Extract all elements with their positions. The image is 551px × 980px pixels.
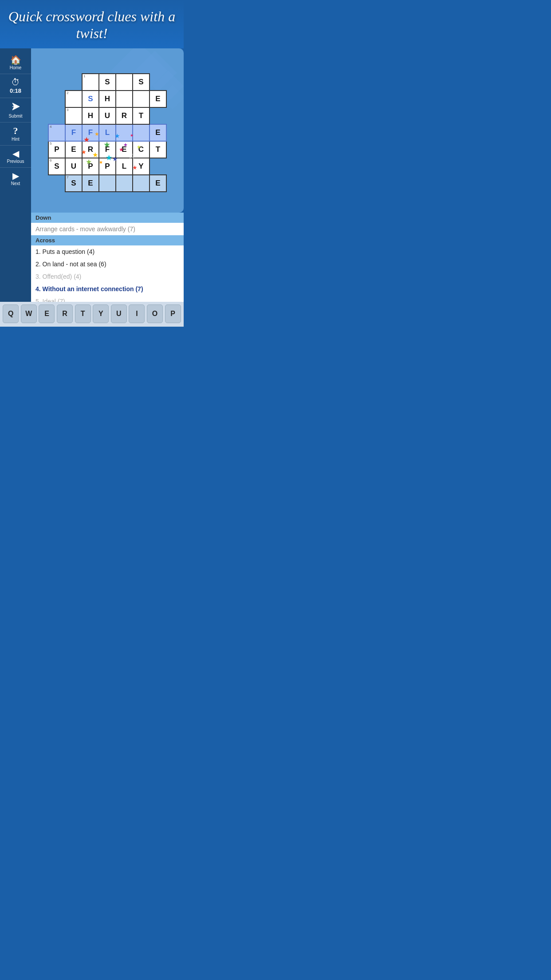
grid-cell[interactable]: S (133, 74, 150, 91)
key-q[interactable]: Q (3, 304, 19, 323)
grid-cell[interactable] (116, 74, 133, 91)
clue-number-1: 1. (35, 248, 41, 255)
grid-cell[interactable]: L (116, 158, 133, 175)
grid-cell[interactable]: U (65, 158, 82, 175)
clue-text-2: On land - not at sea (6) (43, 261, 106, 268)
grid-cell-highlighted[interactable]: L (99, 124, 116, 141)
clue-item-4[interactable]: 4. Without an internet connection (7) (31, 283, 184, 295)
grid-cell[interactable]: T (133, 107, 150, 124)
grid-cell[interactable] (116, 91, 133, 107)
grid-cell-empty (150, 74, 166, 91)
clue-number-3: 3. (35, 273, 41, 280)
grid-table: 1 S S (48, 73, 167, 192)
sidebar-item-hint[interactable]: ? Hint (0, 122, 31, 146)
clue-text-4: Without an internet connection (7) (43, 285, 143, 292)
crossword-grid: 1 S S (48, 73, 167, 192)
grid-cell[interactable]: 3 (65, 107, 82, 124)
grid-cell[interactable]: T (150, 141, 166, 158)
key-r[interactable]: R (57, 304, 73, 323)
clue-text-1: Puts a question (4) (43, 248, 95, 255)
key-t[interactable]: T (75, 304, 91, 323)
grid-cell[interactable]: E (82, 175, 99, 192)
sidebar-item-previous[interactable]: ◀ Previous (0, 146, 31, 168)
grid-cell-highlighted[interactable]: F (82, 124, 99, 141)
grid-cell[interactable]: P (99, 158, 116, 175)
grid-cell[interactable] (116, 175, 133, 192)
grid-cell-empty (48, 91, 65, 107)
grid-cell[interactable]: 2 (65, 91, 82, 107)
clue-item-1[interactable]: 1. Puts a question (4) (31, 245, 184, 258)
grid-cell-highlighted[interactable] (133, 124, 150, 141)
grid-cell[interactable] (133, 91, 150, 107)
grid-cell[interactable]: 6 S (48, 158, 65, 175)
grid-cell[interactable]: S (82, 91, 99, 107)
sidebar-item-timer: ⏱ 0:18 (0, 74, 31, 98)
grid-cell[interactable]: E (116, 141, 133, 158)
previous-label: Previous (7, 159, 24, 164)
sidebar-item-next[interactable]: ▶ Next (0, 168, 31, 190)
grid-cell[interactable]: R (82, 141, 99, 158)
sidebar: 🏠 Home ⏱ 0:18 Submit ? Hint (0, 48, 31, 319)
grid-cell[interactable]: E (150, 175, 166, 192)
header: Quick crossword clues with a twist! (0, 0, 184, 48)
clue-text-3: Offend(ed) (4) (43, 273, 82, 280)
key-p[interactable]: P (165, 304, 181, 323)
grid-cell[interactable]: E (65, 141, 82, 158)
grid-cell[interactable]: H (99, 91, 116, 107)
grid-row-3: 3 H U R (48, 107, 166, 124)
main-container: 🏠 Home ⏱ 0:18 Submit ? Hint (0, 48, 184, 319)
across-section-header: Across (31, 235, 184, 245)
grid-cell[interactable]: F (99, 141, 116, 158)
next-label: Next (11, 181, 20, 186)
grid-cell-highlighted[interactable] (116, 124, 133, 141)
next-icon: ▶ (12, 171, 19, 180)
home-icon: 🏠 (10, 55, 21, 64)
grid-row-5: 5 P E R F (48, 141, 166, 158)
grid-cell[interactable] (133, 175, 150, 192)
key-w[interactable]: W (21, 304, 37, 323)
hint-icon: ? (13, 126, 18, 136)
key-u[interactable]: U (111, 304, 127, 323)
grid-cell[interactable]: H (82, 107, 99, 124)
grid-row-4: 4 F F L (48, 124, 166, 141)
sidebar-item-submit[interactable]: Submit (0, 98, 31, 122)
clue-number-4: 4. (35, 285, 41, 292)
keyboard-row: Q W E R T Y U I O P (0, 302, 184, 327)
key-y[interactable]: Y (93, 304, 109, 323)
grid-cell[interactable]: Y (133, 158, 150, 175)
content-area: 1 S S (31, 48, 184, 319)
grid-cell-empty (150, 158, 166, 175)
key-o[interactable]: O (147, 304, 163, 323)
grid-cell-highlighted[interactable]: 4 (48, 124, 65, 141)
grid-cell[interactable]: C (133, 141, 150, 158)
grid-cell-empty (150, 107, 166, 124)
grid-cell-highlighted[interactable]: F (65, 124, 82, 141)
grid-cell[interactable]: 5 P (48, 141, 65, 158)
hint-label: Hint (12, 137, 20, 142)
clue-item-2[interactable]: 2. On land - not at sea (6) (31, 258, 184, 270)
grid-cell[interactable]: R (116, 107, 133, 124)
grid-row-6: 6 S U P P (48, 158, 166, 175)
key-i[interactable]: I (129, 304, 145, 323)
grid-cell[interactable]: 1 (82, 74, 99, 91)
grid-cell[interactable]: S (99, 74, 116, 91)
down-section-header: Down (31, 213, 184, 223)
clue-item-3[interactable]: 3. Offend(ed) (4) (31, 270, 184, 283)
grid-cell[interactable] (99, 175, 116, 192)
grid-cell[interactable]: 7 S (65, 175, 82, 192)
key-e[interactable]: E (39, 304, 55, 323)
grid-cell[interactable]: P (82, 158, 99, 175)
grid-cell[interactable]: U (99, 107, 116, 124)
submit-icon (11, 102, 20, 113)
sidebar-item-home[interactable]: 🏠 Home (0, 52, 31, 74)
page-title: Quick crossword clues with a twist! (4, 8, 179, 42)
submit-label: Submit (8, 114, 22, 119)
crossword-grid-area: 1 S S (31, 48, 184, 213)
grid-cell-empty (65, 74, 82, 91)
grid-cell-empty (48, 175, 65, 192)
grid-cell[interactable]: E (150, 91, 166, 107)
grid-cell-highlighted[interactable]: E (150, 124, 166, 141)
app-container: Quick crossword clues with a twist! 🏠 Ho… (0, 0, 184, 327)
down-clue-text: Arrange cards - move awkwardly (7) (31, 223, 184, 235)
timer-icon: ⏱ (11, 78, 20, 87)
